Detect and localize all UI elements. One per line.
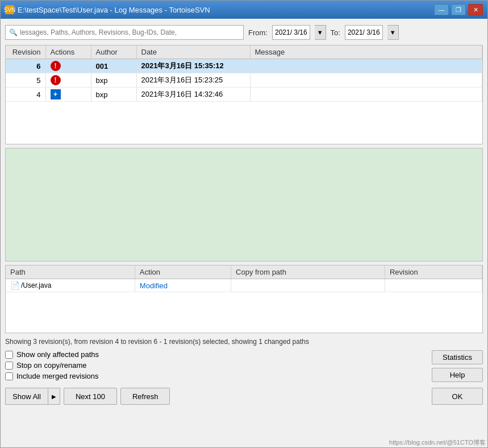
log-table-body: 6 ! 001 2021年3月16日 15:35:12 5 ! bxp 2021… bbox=[6, 59, 482, 102]
title-controls: — ❐ ✕ bbox=[434, 4, 483, 15]
cell-message bbox=[250, 88, 482, 102]
cell-actions: + bbox=[45, 88, 91, 102]
restore-button[interactable]: ❐ bbox=[451, 4, 466, 15]
cell-path: 📄 /User.java bbox=[6, 279, 135, 292]
cell-author: 001 bbox=[91, 59, 136, 73]
cell-author: bxp bbox=[91, 73, 136, 88]
merged-revisions-text: Include merged revisions bbox=[16, 372, 99, 380]
search-input[interactable] bbox=[20, 28, 240, 36]
cell-path-revision bbox=[385, 279, 482, 292]
col-header-action[interactable]: Action bbox=[135, 266, 231, 279]
table-row[interactable]: 📄 /User.java Modified bbox=[6, 279, 482, 292]
window-title: E:\testSpace\Test\User.java - Log Messag… bbox=[18, 6, 210, 14]
stop-copy-label[interactable]: Stop on copy/rename bbox=[5, 361, 99, 370]
col-header-author[interactable]: Author bbox=[91, 45, 136, 59]
added-icon: + bbox=[51, 89, 61, 99]
next-100-button[interactable]: Next 100 bbox=[64, 388, 117, 405]
table-row[interactable]: 4 + bxp 2021年3月16日 14:32:46 bbox=[6, 88, 482, 102]
close-button[interactable]: ✕ bbox=[468, 4, 483, 15]
watermark: https://blog.csdn.net/@51CTO博客 bbox=[389, 438, 486, 447]
minimize-button[interactable]: — bbox=[434, 4, 449, 15]
cell-revision: 4 bbox=[6, 88, 45, 102]
col-header-revision[interactable]: Revision bbox=[6, 45, 45, 59]
path-table-header: Path Action Copy from path Revision bbox=[6, 266, 482, 279]
col-header-date[interactable]: Date bbox=[136, 45, 250, 59]
app-icon: SVN bbox=[5, 5, 14, 14]
from-date-picker-button[interactable]: ▼ bbox=[315, 25, 326, 40]
table-row[interactable]: 5 ! bxp 2021年3月16日 15:23:25 bbox=[6, 73, 482, 88]
log-table-container: Revision Actions Author Date Message 6 !… bbox=[5, 45, 483, 144]
merged-revisions-label[interactable]: Include merged revisions bbox=[5, 372, 99, 380]
search-bar: 🔍 From: 2021/ 3/16 ▼ To: 2021/ 3/16 ▼ bbox=[5, 23, 483, 42]
log-table: Revision Actions Author Date Message 6 !… bbox=[6, 45, 482, 102]
affected-paths-label[interactable]: Show only affected paths bbox=[5, 350, 99, 359]
from-label: From: bbox=[248, 28, 268, 37]
cell-copy-from-path bbox=[231, 279, 385, 292]
to-date-picker-button[interactable]: ▼ bbox=[387, 25, 399, 40]
help-button[interactable]: Help bbox=[432, 368, 483, 382]
modified-icon: ! bbox=[51, 75, 61, 85]
path-icon: 📄 /User.java bbox=[10, 281, 51, 290]
cell-date: 2021年3月16日 14:32:46 bbox=[136, 88, 250, 102]
col-header-actions[interactable]: Actions bbox=[45, 45, 91, 59]
log-table-header: Revision Actions Author Date Message bbox=[6, 45, 482, 59]
bottom-controls: Show only affected paths Stop on copy/re… bbox=[5, 350, 483, 382]
affected-paths-text: Show only affected paths bbox=[16, 350, 99, 359]
affected-paths-checkbox[interactable] bbox=[5, 351, 13, 359]
cell-actions: ! bbox=[45, 59, 91, 73]
table-row[interactable]: 6 ! 001 2021年3月16日 15:35:12 bbox=[6, 59, 482, 73]
path-table-body: 📄 /User.java Modified bbox=[6, 279, 482, 292]
path-table: Path Action Copy from path Revision 📄 /U… bbox=[6, 266, 482, 292]
cell-message bbox=[250, 59, 482, 73]
to-date-input: 2021/ 3/16 bbox=[345, 25, 383, 40]
cell-actions: ! bbox=[45, 73, 91, 88]
statistics-button[interactable]: Statistics bbox=[432, 350, 483, 364]
action-bar: Show All ▶ Next 100 Refresh OK bbox=[5, 385, 483, 406]
ok-button[interactable]: OK bbox=[432, 388, 483, 405]
show-all-group: Show All ▶ bbox=[5, 388, 60, 405]
right-buttons-group: Statistics Help bbox=[432, 350, 483, 382]
stop-copy-checkbox[interactable] bbox=[5, 362, 13, 370]
search-wrapper: 🔍 bbox=[5, 25, 244, 40]
merged-revisions-checkbox[interactable] bbox=[5, 372, 13, 380]
cell-action: Modified bbox=[135, 279, 231, 292]
modified-icon: ! bbox=[51, 61, 61, 71]
cell-date: 2021年3月16日 15:23:25 bbox=[136, 73, 250, 88]
col-header-copy-from-path[interactable]: Copy from path bbox=[231, 266, 385, 279]
status-text: Showing 3 revision(s), from revision 4 t… bbox=[5, 338, 309, 346]
stop-copy-text: Stop on copy/rename bbox=[16, 361, 87, 370]
col-header-message[interactable]: Message bbox=[250, 45, 482, 59]
to-label: To: bbox=[331, 28, 340, 37]
cell-revision: 6 bbox=[6, 59, 45, 73]
cell-date: 2021年3月16日 15:35:12 bbox=[136, 59, 250, 73]
from-date-input: 2021/ 3/16 bbox=[272, 25, 310, 40]
title-bar: SVN E:\testSpace\Test\User.java - Log Me… bbox=[1, 1, 487, 19]
to-date-value: 2021/ 3/16 bbox=[348, 28, 380, 36]
from-date-value: 2021/ 3/16 bbox=[275, 28, 307, 36]
show-all-button[interactable]: Show All bbox=[6, 388, 48, 404]
show-all-arrow-button[interactable]: ▶ bbox=[48, 388, 60, 404]
checkboxes-group: Show only affected paths Stop on copy/re… bbox=[5, 350, 99, 380]
path-table-container: Path Action Copy from path Revision 📄 /U… bbox=[5, 265, 483, 333]
search-icon: 🔍 bbox=[9, 28, 18, 36]
title-bar-left: SVN E:\testSpace\Test\User.java - Log Me… bbox=[5, 5, 210, 14]
path-text: /User.java bbox=[21, 281, 51, 289]
file-icon: 📄 bbox=[10, 281, 20, 290]
content-area: 🔍 From: 2021/ 3/16 ▼ To: 2021/ 3/16 ▼ Re… bbox=[1, 19, 487, 447]
status-bar: Showing 3 revision(s), from revision 4 t… bbox=[5, 337, 483, 347]
cell-author: bxp bbox=[91, 88, 136, 102]
col-header-path[interactable]: Path bbox=[6, 266, 135, 279]
message-area bbox=[5, 148, 483, 262]
cell-revision: 5 bbox=[6, 73, 45, 88]
main-window: SVN E:\testSpace\Test\User.java - Log Me… bbox=[0, 0, 488, 448]
cell-message bbox=[250, 73, 482, 88]
col-header-path-revision[interactable]: Revision bbox=[385, 266, 482, 279]
refresh-button[interactable]: Refresh bbox=[120, 388, 170, 405]
